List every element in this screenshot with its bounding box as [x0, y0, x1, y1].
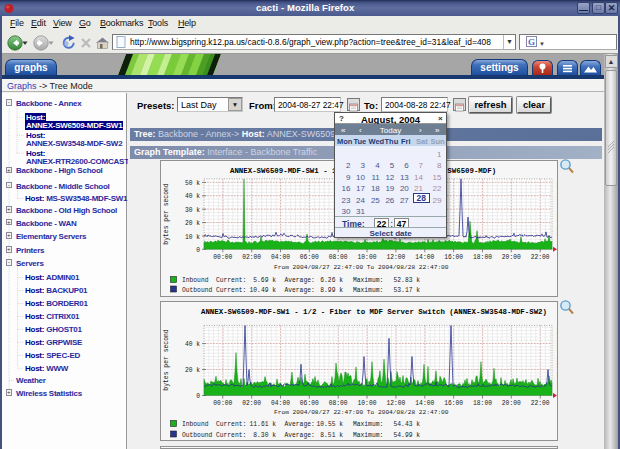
svg-text:18:00: 18:00 [473, 254, 492, 261]
svg-text:From 2004/08/27 22:47:00 To 20: From 2004/08/27 22:47:00 To 2004/08/28 2… [274, 409, 449, 416]
svg-text:8.51 k: 8.51 k [320, 431, 343, 438]
svg-text:RRDTOOL / TOBI OETIKER: RRDTOOL / TOBI OETIKER [555, 180, 558, 246]
svg-text:6.26 k: 6.26 k [320, 277, 343, 284]
svg-text:02:00: 02:00 [242, 254, 261, 261]
svg-text:40 k: 40 k [185, 341, 200, 348]
svg-text:Average:: Average: [285, 287, 315, 294]
svg-text:22:00: 22:00 [531, 254, 550, 261]
svg-text:Outbound: Outbound [182, 287, 212, 294]
svg-text:Outbound: Outbound [182, 431, 212, 438]
svg-text:22:00: 22:00 [531, 400, 550, 407]
svg-text:Current:: Current: [216, 421, 246, 428]
svg-text:Maximum:: Maximum: [353, 421, 383, 428]
svg-text:0: 0 [196, 247, 200, 254]
svg-text:00:00: 00:00 [213, 254, 232, 261]
svg-text:From 2004/08/27 22:47:00 To 20: From 2004/08/27 22:47:00 To 2004/08/28 2… [274, 264, 449, 271]
svg-text:06:00: 06:00 [300, 400, 319, 407]
svg-text:Current:: Current: [216, 431, 246, 438]
svg-text:53.17 k: 53.17 k [394, 287, 421, 294]
svg-text:50 k: 50 k [185, 180, 200, 187]
svg-text:18:00: 18:00 [473, 400, 492, 407]
svg-text:Inbound: Inbound [182, 421, 209, 428]
svg-text:11.61 k: 11.61 k [250, 421, 277, 428]
svg-text:12:00: 12:00 [386, 254, 405, 261]
svg-text:20 k: 20 k [185, 220, 200, 227]
svg-text:08:00: 08:00 [329, 254, 348, 261]
svg-text:20:00: 20:00 [502, 254, 521, 261]
svg-text:8.30 k: 8.30 k [253, 431, 276, 438]
svg-text:Average:: Average: [285, 431, 315, 438]
svg-text:12:00: 12:00 [386, 400, 405, 407]
svg-text:54.43 k: 54.43 k [394, 421, 421, 428]
svg-text:52.83 k: 52.83 k [394, 277, 421, 284]
svg-text:20:00: 20:00 [502, 400, 521, 407]
svg-text:20 k: 20 k [185, 367, 200, 374]
svg-text:10.55 k: 10.55 k [317, 421, 344, 428]
svg-text:02:00: 02:00 [242, 400, 261, 407]
svg-text:bytes per second: bytes per second [163, 329, 170, 391]
svg-text:Average:: Average: [285, 421, 315, 428]
svg-text:bytes per second: bytes per second [163, 183, 170, 245]
svg-text:Current:: Current: [216, 277, 246, 284]
svg-text:Current:: Current: [216, 287, 246, 294]
svg-text:10.49 k: 10.49 k [250, 287, 277, 294]
svg-text:8.99 k: 8.99 k [320, 287, 343, 294]
svg-text:Average:: Average: [285, 277, 315, 284]
svg-text:16:00: 16:00 [444, 254, 463, 261]
svg-text:16:00: 16:00 [444, 400, 463, 407]
svg-text:30 k: 30 k [185, 207, 200, 214]
svg-text:10:00: 10:00 [358, 400, 377, 407]
svg-text:10 k: 10 k [185, 234, 200, 241]
svg-text:5.69 k: 5.69 k [253, 277, 276, 284]
svg-text:40 k: 40 k [185, 193, 200, 200]
svg-text:Maximum:: Maximum: [353, 287, 383, 294]
svg-text:00:00: 00:00 [213, 400, 232, 407]
svg-text:14:00: 14:00 [415, 400, 434, 407]
svg-text:0: 0 [196, 393, 200, 400]
svg-text:Inbound: Inbound [182, 277, 209, 284]
svg-text:ANNEX-SW6509-MDF-SW1 - 1/2 - F: ANNEX-SW6509-MDF-SW1 - 1/2 - Fiber to MD… [201, 307, 547, 315]
svg-text:08:00: 08:00 [329, 400, 348, 407]
svg-text:Maximum:: Maximum: [353, 431, 383, 438]
svg-text:10:00: 10:00 [358, 254, 377, 261]
svg-text:14:00: 14:00 [415, 254, 434, 261]
svg-text:04:00: 04:00 [271, 254, 290, 261]
svg-text:54.99 k: 54.99 k [394, 431, 421, 438]
svg-text:04:00: 04:00 [271, 400, 290, 407]
svg-text:06:00: 06:00 [300, 254, 319, 261]
svg-text:Maximum:: Maximum: [353, 277, 383, 284]
svg-text:RRDTOOL / TOBI OETIKER: RRDTOOL / TOBI OETIKER [555, 326, 558, 392]
